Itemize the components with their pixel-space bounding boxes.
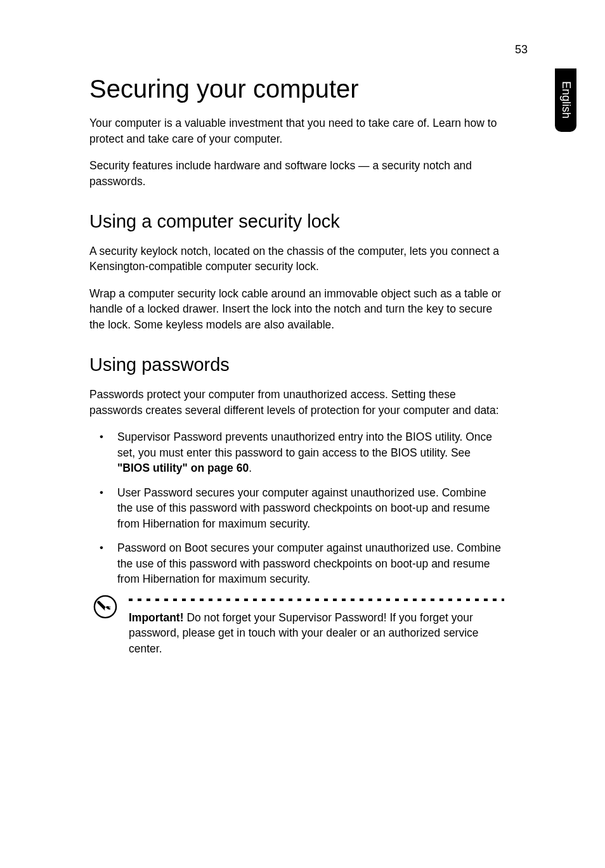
- page-content: Securing your computer Your computer is …: [89, 75, 504, 656]
- heading-security-lock: Using a computer security lock: [89, 212, 504, 232]
- security-lock-paragraph-1: A security keylock notch, located on the…: [89, 243, 504, 275]
- list-item: Supervisor Password prevents unauthorize…: [89, 429, 504, 476]
- list-item: User Password secures your computer agai…: [89, 485, 504, 532]
- intro-paragraph-1: Your computer is a valuable investment t…: [89, 115, 504, 146]
- page-number: 53: [515, 43, 528, 56]
- password-list: Supervisor Password prevents unauthorize…: [89, 429, 504, 587]
- cross-reference-bios: "BIOS utility" on page 60: [117, 462, 249, 474]
- note-label: Important!: [129, 611, 186, 624]
- heading-passwords: Using passwords: [89, 355, 504, 375]
- passwords-paragraph-1: Passwords protect your computer from una…: [89, 387, 504, 418]
- list-item: Password on Boot secures your computer a…: [89, 540, 504, 587]
- heading-main: Securing your computer: [89, 75, 504, 103]
- list-item-text-pre: Supervisor Password prevents unauthorize…: [117, 431, 492, 459]
- important-note: Important! Do not forget your Supervisor…: [89, 599, 504, 657]
- security-lock-paragraph-2: Wrap a computer security lock cable arou…: [89, 286, 504, 333]
- list-item-text-post: .: [249, 462, 252, 474]
- note-divider: [129, 599, 504, 601]
- wrench-icon: [93, 595, 117, 619]
- note-text: Important! Do not forget your Supervisor…: [129, 610, 504, 657]
- intro-paragraph-2: Security features include hardware and s…: [89, 158, 504, 189]
- language-tab: English: [555, 68, 576, 132]
